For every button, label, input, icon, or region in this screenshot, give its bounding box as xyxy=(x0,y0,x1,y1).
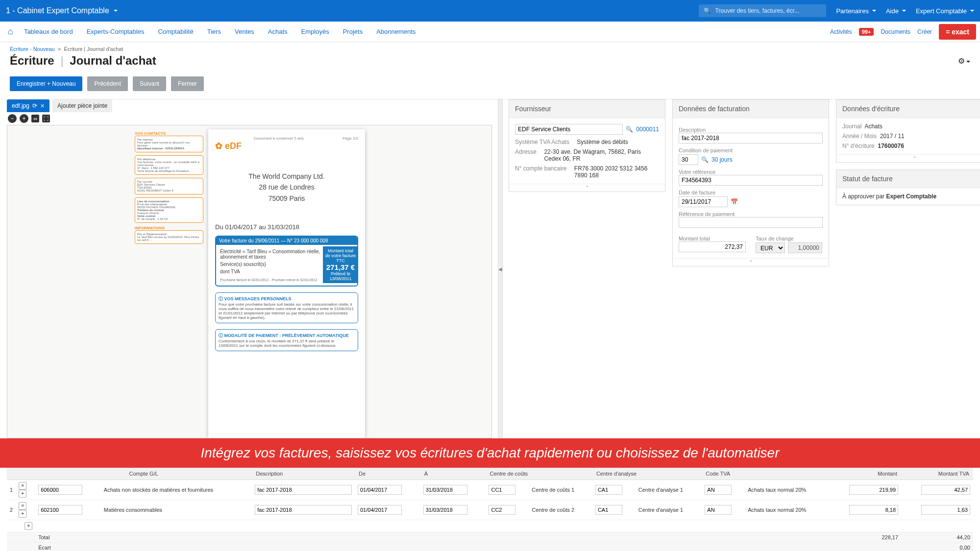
col-amount-vat: Montant TVA xyxy=(901,468,973,480)
search-supplier-icon[interactable]: 🔍 xyxy=(626,126,633,133)
cc-code-input[interactable] xyxy=(489,485,515,495)
add-row-button[interactable]: + xyxy=(24,522,32,530)
settings-icon[interactable]: ⚙ xyxy=(958,56,970,66)
billing-desc-input[interactable] xyxy=(679,133,823,144)
ca-code-input[interactable] xyxy=(595,505,622,515)
total-vat: 44,20 xyxy=(901,532,973,543)
date-to-input[interactable] xyxy=(423,505,467,515)
edf-logo: ✿ eDF xyxy=(215,141,358,151)
preview-addr1: 28 rue de Londres xyxy=(215,182,358,192)
payment-ref-input[interactable] xyxy=(679,217,823,228)
desc-input[interactable] xyxy=(255,505,352,515)
calendar-icon[interactable]: 📅 xyxy=(731,198,738,205)
amount-vat-input[interactable] xyxy=(921,485,970,495)
toolbar: Enregistrer + Nouveau Précédent Suivant … xyxy=(0,72,980,99)
panel-collapse-icon[interactable]: ˄ xyxy=(673,258,829,266)
refresh-icon[interactable]: ⟳ xyxy=(32,102,37,109)
activities-link[interactable]: Activités xyxy=(830,28,852,35)
top-bar: 1 - Cabinet Expert Comptable 🔍 Partenair… xyxy=(0,0,980,22)
desc-input[interactable] xyxy=(255,485,352,495)
rate-input xyxy=(788,242,822,253)
next-button[interactable]: Suivant xyxy=(133,76,166,91)
partners-menu[interactable]: Partenaires xyxy=(836,7,876,15)
col-vat: Code TVA xyxy=(702,468,829,480)
vat-code-input[interactable] xyxy=(705,485,732,495)
close-icon[interactable]: ✕ xyxy=(40,103,45,109)
panel-collapse-icon[interactable]: ˅ xyxy=(836,154,980,162)
nav-dashboards[interactable]: Tableaux de bord xyxy=(17,28,80,35)
nav-subscriptions[interactable]: Abonnements xyxy=(369,28,422,35)
cc-code-input[interactable] xyxy=(489,505,515,515)
home-icon[interactable]: ⌂ xyxy=(4,26,17,37)
collapse-handle[interactable]: ◀ xyxy=(498,99,503,438)
panel-status: Statut de facture À approuver par Expert… xyxy=(836,169,980,205)
payment-days-input[interactable] xyxy=(679,154,698,165)
supplier-code-link[interactable]: 0000011 xyxy=(636,126,659,133)
gl-code-input[interactable] xyxy=(38,485,82,495)
amount-vat-input[interactable] xyxy=(921,505,970,515)
ca-code-input[interactable] xyxy=(595,485,622,495)
vat-code-input[interactable] xyxy=(705,505,732,515)
nav-employees[interactable]: Employés xyxy=(294,28,336,35)
close-button[interactable]: Fermer xyxy=(171,76,204,91)
fit-width-icon[interactable]: ⇔ xyxy=(31,115,39,122)
panel-collapse-icon[interactable]: ˅ xyxy=(509,184,665,192)
entries-grid: Compte G/L Description De À Centre de co… xyxy=(7,468,973,551)
attachment-tabs: edf.jpg ⟳ ✕ Ajouter pièce jointe xyxy=(7,99,492,112)
nav-sales[interactable]: Ventes xyxy=(228,28,261,35)
search-condition-icon[interactable]: 🔍 xyxy=(701,156,709,163)
prev-button[interactable]: Précédent xyxy=(87,76,128,91)
nav-projects[interactable]: Projets xyxy=(336,28,369,35)
preview-period: Du 01/04/2017 au 31/03/2018 xyxy=(215,223,358,231)
breadcrumb-tail: Écriture | Journal d'achat xyxy=(64,46,123,52)
gl-code-input[interactable] xyxy=(38,505,82,515)
document-preview[interactable]: VOS CONTACTS Par InternetPour gérer votr… xyxy=(7,125,492,438)
activities-badge[interactable]: 99+ xyxy=(859,28,874,36)
panel-entry-title: Données d'écriture xyxy=(836,100,980,118)
nav-accounting[interactable]: Comptabilité xyxy=(151,28,200,35)
create-link[interactable]: Créer xyxy=(917,28,932,35)
date-to-input[interactable] xyxy=(423,485,467,495)
zoom-in-icon[interactable]: + xyxy=(20,114,28,123)
fullscreen-icon[interactable]: ⛶ xyxy=(42,115,50,122)
zoom-out-icon[interactable]: − xyxy=(8,114,17,123)
global-search[interactable]: 🔍 xyxy=(699,4,826,17)
your-reference-input[interactable] xyxy=(679,175,823,186)
messages-box: ⓘ VOS MESSAGES PERSONNELS Pour que votre… xyxy=(215,292,358,323)
search-input[interactable] xyxy=(715,7,821,14)
insert-row-button[interactable]: + xyxy=(19,510,26,518)
date-from-input[interactable] xyxy=(358,505,402,515)
invoice-summary-box: Votre facture du 29/06/2011 — N° 23 000 … xyxy=(215,236,358,287)
total-amount-input[interactable] xyxy=(679,241,746,252)
payment-condition-link[interactable]: 30 jours xyxy=(711,156,733,163)
documents-link[interactable]: Documents xyxy=(881,28,910,35)
nav-purchases[interactable]: Achats xyxy=(261,28,294,35)
total-amount: 228,17 xyxy=(829,532,901,543)
stub-info: Prix et RéglementationLe Tarif Bleu évol… xyxy=(135,230,203,244)
preview-addr2: 75009 Paris xyxy=(215,193,358,204)
supplier-name-input[interactable] xyxy=(515,124,623,135)
nav-accountants[interactable]: Experts-Comptables xyxy=(80,28,151,35)
insert-row-button[interactable]: + xyxy=(19,490,26,498)
invoice-date-input[interactable] xyxy=(679,196,728,207)
col-from: De xyxy=(355,468,420,480)
stub-lieu: Lieu de consommation8 rue des champagnes… xyxy=(135,197,203,223)
date-from-input[interactable] xyxy=(358,485,402,495)
delete-row-button[interactable]: × xyxy=(19,502,26,510)
nav-tiers[interactable]: Tiers xyxy=(200,28,228,35)
currency-select[interactable]: EUR xyxy=(756,242,785,253)
help-menu[interactable]: Aide xyxy=(886,7,906,15)
user-menu[interactable]: Expert Comptable xyxy=(916,7,974,15)
tab-attachmen-active[interactable]: edf.jpg ⟳ ✕ xyxy=(7,99,49,112)
amount-input[interactable] xyxy=(849,505,898,515)
panel-supplier: Fournisseur 🔍 0000011 Système TVA Achats… xyxy=(509,99,665,192)
amount-input[interactable] xyxy=(849,485,898,495)
panel-billing: Données de facturation Description Condi… xyxy=(672,99,829,266)
breadcrumb-root[interactable]: Écriture - Nouveau xyxy=(10,46,55,52)
org-selector[interactable]: 1 - Cabinet Expert Comptable xyxy=(6,6,118,15)
save-new-button[interactable]: Enregistrer + Nouveau xyxy=(10,76,82,91)
col-ca: Centre d'analyse xyxy=(592,468,702,480)
tab-add-attachment[interactable]: Ajouter pièce jointe xyxy=(52,99,112,112)
contacts-heading: VOS CONTACTS xyxy=(135,131,203,136)
delete-row-button[interactable]: × xyxy=(19,482,26,490)
